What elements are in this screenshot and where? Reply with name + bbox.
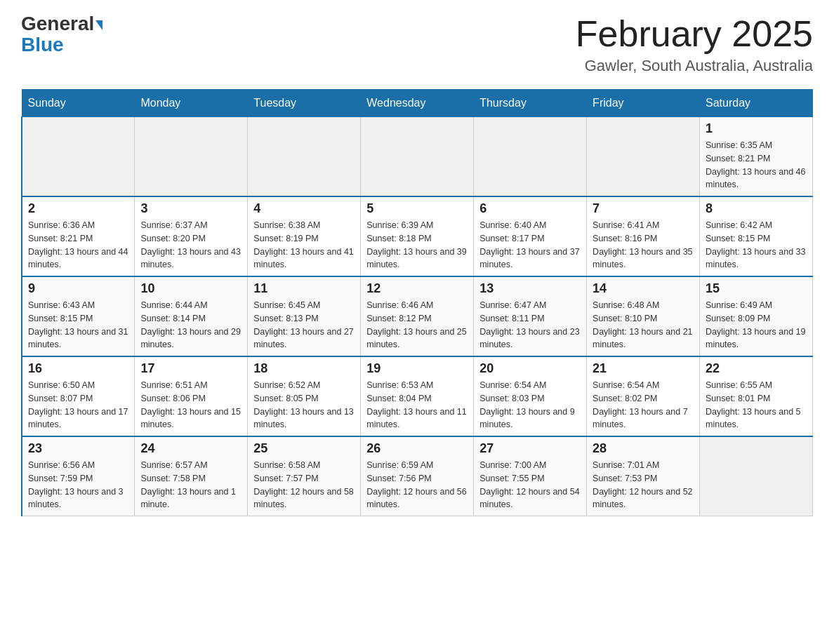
day-info: Sunrise: 7:00 AM Sunset: 7:55 PM Dayligh… [479,459,581,511]
day-number: 15 [706,281,807,296]
day-info: Sunrise: 6:36 AM Sunset: 8:21 PM Dayligh… [28,219,128,271]
day-info: Sunrise: 6:42 AM Sunset: 8:15 PM Dayligh… [706,219,807,271]
calendar-cell: 11Sunrise: 6:45 AM Sunset: 8:13 PM Dayli… [248,276,361,356]
calendar-cell: 18Sunrise: 6:52 AM Sunset: 8:05 PM Dayli… [248,356,361,436]
calendar-cell [700,436,813,516]
day-info: Sunrise: 6:46 AM Sunset: 8:12 PM Dayligh… [366,299,468,351]
calendar-cell: 4Sunrise: 6:38 AM Sunset: 8:19 PM Daylig… [248,196,361,276]
calendar-cell: 23Sunrise: 6:56 AM Sunset: 7:59 PM Dayli… [22,436,135,516]
day-info: Sunrise: 6:44 AM Sunset: 8:14 PM Dayligh… [140,299,241,351]
day-info: Sunrise: 6:41 AM Sunset: 8:16 PM Dayligh… [593,219,694,271]
logo: General Blue [21,14,102,55]
calendar-week-row: 2Sunrise: 6:36 AM Sunset: 8:21 PM Daylig… [22,196,813,276]
day-info: Sunrise: 6:49 AM Sunset: 8:09 PM Dayligh… [706,299,807,351]
day-info: Sunrise: 6:51 AM Sunset: 8:06 PM Dayligh… [140,379,241,431]
calendar-cell: 17Sunrise: 6:51 AM Sunset: 8:06 PM Dayli… [135,356,248,436]
day-number: 8 [706,201,807,216]
day-header-tuesday: Tuesday [248,90,361,117]
calendar-cell: 2Sunrise: 6:36 AM Sunset: 8:21 PM Daylig… [22,196,135,276]
day-header-monday: Monday [135,90,248,117]
day-number: 9 [28,281,128,296]
calendar-cell [361,117,474,197]
calendar-cell: 14Sunrise: 6:48 AM Sunset: 8:10 PM Dayli… [587,276,700,356]
day-number: 27 [479,441,581,456]
calendar-cell: 9Sunrise: 6:43 AM Sunset: 8:15 PM Daylig… [22,276,135,356]
page-header: General Blue February 2025 Gawler, South… [21,14,813,75]
calendar-cell: 21Sunrise: 6:54 AM Sunset: 8:02 PM Dayli… [587,356,700,436]
calendar-week-row: 16Sunrise: 6:50 AM Sunset: 8:07 PM Dayli… [22,356,813,436]
calendar-header-row: SundayMondayTuesdayWednesdayThursdayFrid… [22,90,813,117]
day-number: 16 [28,361,128,376]
calendar-table: SundayMondayTuesdayWednesdayThursdayFrid… [21,89,813,516]
title-block: February 2025 Gawler, South Australia, A… [576,14,813,75]
day-info: Sunrise: 6:53 AM Sunset: 8:04 PM Dayligh… [366,379,468,431]
day-info: Sunrise: 6:45 AM Sunset: 8:13 PM Dayligh… [253,299,355,351]
day-number: 19 [366,361,468,376]
day-number: 1 [706,121,807,136]
day-number: 25 [253,441,355,456]
day-number: 12 [366,281,468,296]
day-number: 10 [140,281,241,296]
day-number: 14 [593,281,694,296]
calendar-cell [22,117,135,197]
day-header-wednesday: Wednesday [361,90,474,117]
day-info: Sunrise: 6:40 AM Sunset: 8:17 PM Dayligh… [479,219,581,271]
day-info: Sunrise: 6:43 AM Sunset: 8:15 PM Dayligh… [28,299,128,351]
day-number: 2 [28,201,128,216]
calendar-cell: 26Sunrise: 6:59 AM Sunset: 7:56 PM Dayli… [361,436,474,516]
calendar-cell: 24Sunrise: 6:57 AM Sunset: 7:58 PM Dayli… [135,436,248,516]
calendar-cell [474,117,587,197]
day-info: Sunrise: 7:01 AM Sunset: 7:53 PM Dayligh… [593,459,694,511]
calendar-cell: 27Sunrise: 7:00 AM Sunset: 7:55 PM Dayli… [474,436,587,516]
calendar-cell: 28Sunrise: 7:01 AM Sunset: 7:53 PM Dayli… [587,436,700,516]
day-info: Sunrise: 6:52 AM Sunset: 8:05 PM Dayligh… [253,379,355,431]
day-number: 23 [28,441,128,456]
day-number: 24 [140,441,241,456]
day-number: 22 [706,361,807,376]
day-number: 7 [593,201,694,216]
day-number: 5 [366,201,468,216]
day-number: 4 [253,201,355,216]
day-number: 13 [479,281,581,296]
calendar-cell: 7Sunrise: 6:41 AM Sunset: 8:16 PM Daylig… [587,196,700,276]
calendar-cell: 15Sunrise: 6:49 AM Sunset: 8:09 PM Dayli… [700,276,813,356]
day-number: 26 [366,441,468,456]
day-info: Sunrise: 6:50 AM Sunset: 8:07 PM Dayligh… [28,379,128,431]
day-info: Sunrise: 6:47 AM Sunset: 8:11 PM Dayligh… [479,299,581,351]
day-header-saturday: Saturday [700,90,813,117]
calendar-cell [587,117,700,197]
day-header-sunday: Sunday [22,90,135,117]
day-number: 3 [140,201,241,216]
day-number: 18 [253,361,355,376]
calendar-cell: 16Sunrise: 6:50 AM Sunset: 8:07 PM Dayli… [22,356,135,436]
calendar-cell: 19Sunrise: 6:53 AM Sunset: 8:04 PM Dayli… [361,356,474,436]
day-header-thursday: Thursday [474,90,587,117]
day-number: 11 [253,281,355,296]
day-info: Sunrise: 6:54 AM Sunset: 8:02 PM Dayligh… [593,379,694,431]
calendar-cell: 13Sunrise: 6:47 AM Sunset: 8:11 PM Dayli… [474,276,587,356]
calendar-week-row: 9Sunrise: 6:43 AM Sunset: 8:15 PM Daylig… [22,276,813,356]
day-info: Sunrise: 6:39 AM Sunset: 8:18 PM Dayligh… [366,219,468,271]
day-number: 20 [479,361,581,376]
calendar-week-row: 1Sunrise: 6:35 AM Sunset: 8:21 PM Daylig… [22,117,813,197]
day-info: Sunrise: 6:38 AM Sunset: 8:19 PM Dayligh… [253,219,355,271]
calendar-cell: 6Sunrise: 6:40 AM Sunset: 8:17 PM Daylig… [474,196,587,276]
calendar-cell: 12Sunrise: 6:46 AM Sunset: 8:12 PM Dayli… [361,276,474,356]
calendar-week-row: 23Sunrise: 6:56 AM Sunset: 7:59 PM Dayli… [22,436,813,516]
calendar-cell: 1Sunrise: 6:35 AM Sunset: 8:21 PM Daylig… [700,117,813,197]
calendar-cell [248,117,361,197]
day-info: Sunrise: 6:56 AM Sunset: 7:59 PM Dayligh… [28,459,128,511]
day-number: 6 [479,201,581,216]
calendar-cell [135,117,248,197]
calendar-cell: 25Sunrise: 6:58 AM Sunset: 7:57 PM Dayli… [248,436,361,516]
calendar-cell: 20Sunrise: 6:54 AM Sunset: 8:03 PM Dayli… [474,356,587,436]
logo-triangle-icon [95,20,102,30]
day-number: 17 [140,361,241,376]
calendar-cell: 8Sunrise: 6:42 AM Sunset: 8:15 PM Daylig… [700,196,813,276]
day-info: Sunrise: 6:59 AM Sunset: 7:56 PM Dayligh… [366,459,468,511]
calendar-cell: 5Sunrise: 6:39 AM Sunset: 8:18 PM Daylig… [361,196,474,276]
day-info: Sunrise: 6:35 AM Sunset: 8:21 PM Dayligh… [706,139,807,192]
day-info: Sunrise: 6:58 AM Sunset: 7:57 PM Dayligh… [253,459,355,511]
day-info: Sunrise: 6:57 AM Sunset: 7:58 PM Dayligh… [140,459,241,511]
day-info: Sunrise: 6:48 AM Sunset: 8:10 PM Dayligh… [593,299,694,351]
